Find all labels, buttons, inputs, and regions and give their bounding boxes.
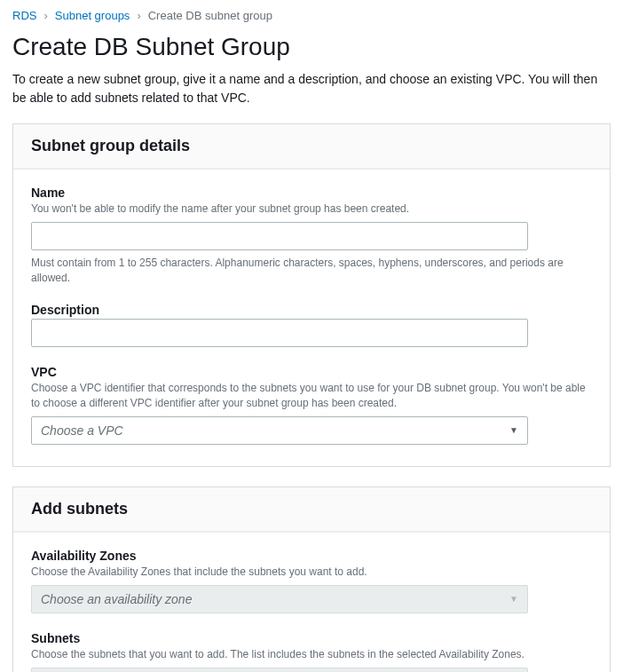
subnets-hint: Choose the subnets that you want to add.… (31, 647, 592, 662)
az-hint: Choose the Availability Zones that inclu… (31, 565, 592, 580)
caret-down-icon: ▼ (509, 594, 518, 604)
name-input[interactable] (31, 222, 528, 250)
breadcrumb-link-rds[interactable]: RDS (12, 9, 36, 22)
panel-body: Availability Zones Choose the Availabili… (13, 532, 610, 672)
panel-subnet-group-details: Subnet group details Name You won't be a… (12, 123, 611, 467)
page-title: Create DB Subnet Group (12, 33, 611, 61)
field-group-subnets: Subnets Choose the subnets that you want… (31, 631, 592, 672)
panel-header: Add subnets (13, 487, 610, 532)
subnets-select[interactable]: Select subnets ▼ (31, 668, 528, 672)
caret-down-icon: ▼ (509, 425, 518, 435)
vpc-select-placeholder: Choose a VPC (41, 423, 123, 438)
breadcrumb-link-subnet-groups[interactable]: Subnet groups (55, 9, 130, 22)
panel-heading-subnets: Add subnets (31, 500, 592, 518)
chevron-right-icon: › (43, 9, 47, 22)
az-label: Availability Zones (31, 549, 592, 563)
field-group-description: Description (31, 303, 592, 347)
breadcrumb-current: Create DB subnet group (148, 9, 272, 22)
vpc-hint: Choose a VPC identifier that corresponds… (31, 381, 592, 411)
panel-body: Name You won't be able to modify the nam… (13, 169, 610, 466)
name-constraint: Must contain from 1 to 255 characters. A… (31, 256, 592, 286)
panel-heading-details: Subnet group details (31, 137, 592, 155)
field-group-name: Name You won't be able to modify the nam… (31, 186, 592, 285)
name-label: Name (31, 186, 592, 200)
panel-add-subnets: Add subnets Availability Zones Choose th… (12, 486, 611, 672)
field-group-az: Availability Zones Choose the Availabili… (31, 549, 592, 613)
field-group-vpc: VPC Choose a VPC identifier that corresp… (31, 365, 592, 445)
subnets-label: Subnets (31, 631, 592, 645)
panel-header: Subnet group details (13, 124, 610, 169)
page-description: To create a new subnet group, give it a … (12, 70, 611, 107)
name-hint: You won't be able to modify the name aft… (31, 202, 592, 217)
description-input[interactable] (31, 319, 528, 347)
vpc-label: VPC (31, 365, 592, 379)
description-label: Description (31, 303, 592, 317)
az-select[interactable]: Choose an availability zone ▼ (31, 585, 528, 613)
vpc-select[interactable]: Choose a VPC ▼ (31, 416, 528, 445)
breadcrumb: RDS › Subnet groups › Create DB subnet g… (12, 9, 611, 22)
chevron-right-icon: › (137, 9, 140, 22)
az-select-placeholder: Choose an availability zone (41, 592, 192, 606)
